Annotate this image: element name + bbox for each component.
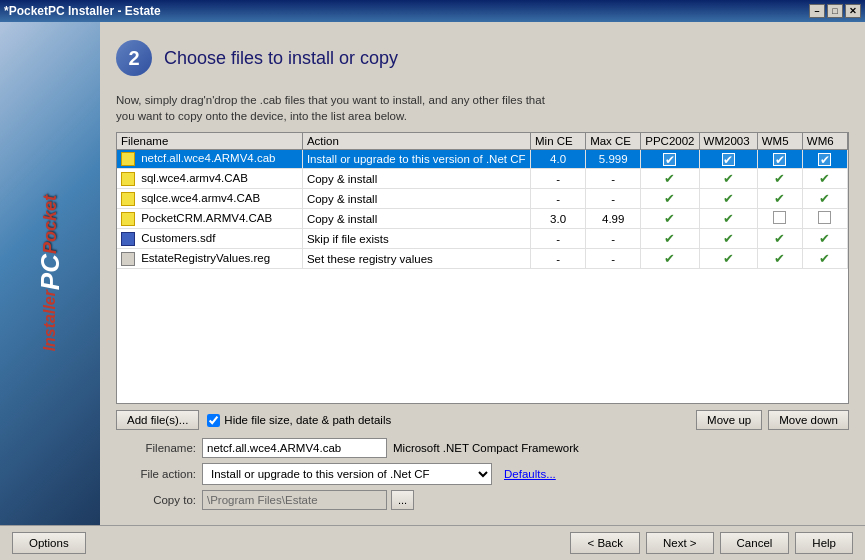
close-button[interactable]: ✕ (845, 4, 861, 18)
check-icon: ✔ (664, 171, 675, 186)
move-down-button[interactable]: Move down (768, 410, 849, 430)
cell-wm5[interactable]: ✔ (757, 249, 802, 269)
content-area: 2 Choose files to install or copy Now, s… (116, 32, 849, 515)
cell-ppc2002[interactable]: ✔ (641, 249, 699, 269)
check-icon: ✔ (819, 231, 830, 246)
toolbar-right: Move up Move down (696, 410, 849, 430)
cell-wm5[interactable]: ✔ (757, 169, 802, 189)
step-circle: 2 (116, 40, 152, 76)
table-row[interactable]: netcf.all.wce4.ARMV4.cab Install or upgr… (117, 150, 848, 169)
col-header-filename: Filename (117, 133, 302, 150)
file-action-label: File action: (116, 468, 196, 480)
cell-wm6[interactable]: ✔ (802, 229, 847, 249)
check-icon: ✔ (819, 191, 830, 206)
cell-wm5[interactable]: ✔ (757, 189, 802, 209)
options-button[interactable]: Options (12, 532, 86, 554)
cell-mince: - (531, 229, 586, 249)
cell-wm2003[interactable]: ✔ (699, 189, 757, 209)
cell-maxce: - (586, 229, 641, 249)
cell-ppc2002[interactable]: ✔ (641, 150, 699, 169)
check-icon: ✔ (723, 231, 734, 246)
bottom-right: < Back Next > Cancel Help (570, 532, 853, 554)
cell-ppc2002[interactable]: ✔ (641, 169, 699, 189)
cell-wm5[interactable]: ✔ (757, 229, 802, 249)
description: Now, simply drag'n'drop the .cab files t… (116, 92, 849, 124)
check-icon: ✔ (664, 211, 675, 226)
hide-details-label[interactable]: Hide file size, date & path details (207, 414, 391, 427)
cell-wm5[interactable]: ✔ (757, 150, 802, 169)
cell-wm6[interactable]: ✔ (802, 189, 847, 209)
check-box-icon[interactable]: ✔ (773, 153, 786, 166)
back-button[interactable]: < Back (570, 532, 639, 554)
cell-wm2003[interactable]: ✔ (699, 229, 757, 249)
check-icon: ✔ (723, 191, 734, 206)
cell-filename: netcf.all.wce4.ARMV4.cab (117, 150, 302, 169)
file-table-container: Filename Action Min CE Max CE PPC2002 WM… (116, 132, 849, 404)
cell-ppc2002[interactable]: ✔ (641, 189, 699, 209)
browse-button[interactable]: ... (391, 490, 414, 510)
check-icon: ✔ (723, 251, 734, 266)
table-row[interactable]: sqlce.wce4.armv4.CAB Copy & install - - … (117, 189, 848, 209)
cell-wm5[interactable] (757, 209, 802, 229)
file-type-icon (121, 252, 135, 266)
cell-filename: PocketCRM.ARMV4.CAB (117, 209, 302, 229)
maximize-button[interactable]: □ (827, 4, 843, 18)
table-row[interactable]: EstateRegistryValues.reg Set these regis… (117, 249, 848, 269)
cell-wm2003[interactable]: ✔ (699, 169, 757, 189)
main-content: Pocket PC Installer 2 Choose files to in… (0, 22, 865, 525)
step-header: 2 Choose files to install or copy (116, 32, 849, 84)
table-header-row: Filename Action Min CE Max CE PPC2002 WM… (117, 133, 848, 150)
copy-to-row: Copy to: ... (116, 490, 849, 510)
copy-to-input[interactable] (202, 490, 387, 510)
cell-wm6[interactable] (802, 209, 847, 229)
cell-wm6[interactable]: ✔ (802, 169, 847, 189)
cell-wm6[interactable]: ✔ (802, 249, 847, 269)
col-header-wm6: WM6 (802, 133, 847, 150)
cell-wm2003[interactable]: ✔ (699, 209, 757, 229)
table-row[interactable]: sql.wce4.armv4.CAB Copy & install - - ✔ … (117, 169, 848, 189)
banner-pocket: Pocket (40, 195, 61, 254)
cell-ppc2002[interactable]: ✔ (641, 209, 699, 229)
file-table: Filename Action Min CE Max CE PPC2002 WM… (117, 133, 848, 269)
table-row[interactable]: PocketCRM.ARMV4.CAB Copy & install 3.0 4… (117, 209, 848, 229)
cell-wm2003[interactable]: ✔ (699, 150, 757, 169)
check-box-icon[interactable]: ✔ (663, 153, 676, 166)
file-type-icon (121, 172, 135, 186)
filename-input[interactable] (202, 438, 387, 458)
cell-maxce: - (586, 169, 641, 189)
cancel-button[interactable]: Cancel (720, 532, 790, 554)
empty-check-icon[interactable] (818, 211, 831, 224)
banner-installer: Installer (41, 290, 59, 351)
check-box-icon[interactable]: ✔ (818, 153, 831, 166)
check-icon: ✔ (664, 251, 675, 266)
hide-details-checkbox[interactable] (207, 414, 220, 427)
cell-ppc2002[interactable]: ✔ (641, 229, 699, 249)
file-action-select[interactable]: Install or upgrade to this version of .N… (202, 463, 492, 485)
check-box-icon[interactable]: ✔ (722, 153, 735, 166)
table-row[interactable]: Customers.sdf Skip if file exists - - ✔ … (117, 229, 848, 249)
title-bar: *PocketPC Installer - Estate – □ ✕ (0, 0, 865, 22)
window-body: Pocket PC Installer 2 Choose files to in… (0, 22, 865, 560)
add-files-button[interactable]: Add file(s)... (116, 410, 199, 430)
defaults-link[interactable]: Defaults... (504, 468, 556, 480)
col-header-maxce: Max CE (586, 133, 641, 150)
minimize-button[interactable]: – (809, 4, 825, 18)
bottom-left: Options (12, 532, 86, 554)
check-icon: ✔ (723, 211, 734, 226)
cell-action: Copy & install (302, 189, 530, 209)
file-type-icon (121, 232, 135, 246)
banner-pc: PC (35, 254, 66, 290)
cell-wm2003[interactable]: ✔ (699, 249, 757, 269)
next-button[interactable]: Next > (646, 532, 714, 554)
check-icon: ✔ (774, 251, 785, 266)
move-up-button[interactable]: Move up (696, 410, 762, 430)
empty-check-icon[interactable] (773, 211, 786, 224)
cell-mince: 3.0 (531, 209, 586, 229)
file-type-icon (121, 192, 135, 206)
col-header-ppc2002: PPC2002 (641, 133, 699, 150)
help-button[interactable]: Help (795, 532, 853, 554)
col-header-mince: Min CE (531, 133, 586, 150)
cell-wm6[interactable]: ✔ (802, 150, 847, 169)
check-icon: ✔ (819, 171, 830, 186)
check-icon: ✔ (664, 191, 675, 206)
